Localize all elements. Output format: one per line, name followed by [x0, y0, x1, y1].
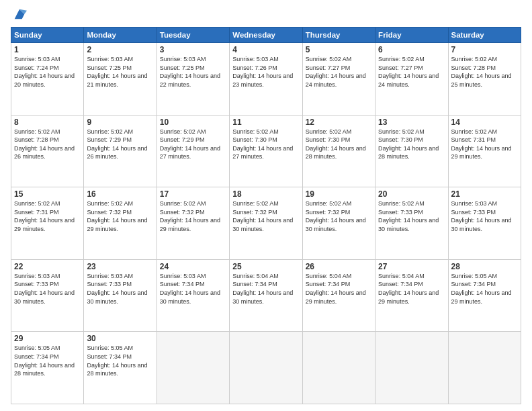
day-info: Sunrise: 5:02 AMSunset: 7:32 PMDaylight:…	[87, 199, 153, 233]
calendar-week-4: 22Sunrise: 5:03 AMSunset: 7:33 PMDayligh…	[11, 259, 521, 332]
day-number: 18	[232, 189, 299, 199]
day-number: 30	[87, 334, 153, 343]
page: SundayMondayTuesdayWednesdayThursdayFrid…	[0, 0, 532, 411]
calendar-day-17: 17Sunrise: 5:02 AMSunset: 7:32 PMDayligh…	[157, 187, 229, 260]
calendar-day-20: 20Sunrise: 5:02 AMSunset: 7:33 PMDayligh…	[375, 187, 448, 260]
day-number: 10	[160, 118, 226, 127]
weekday-header-tuesday: Tuesday	[157, 28, 229, 43]
day-number: 14	[451, 118, 518, 127]
day-number: 2	[87, 45, 153, 54]
calendar-week-3: 15Sunrise: 5:02 AMSunset: 7:31 PMDayligh…	[11, 187, 521, 260]
calendar-day-9: 9Sunrise: 5:02 AMSunset: 7:29 PMDaylight…	[84, 115, 157, 187]
day-info: Sunrise: 5:03 AMSunset: 7:25 PMDaylight:…	[87, 55, 153, 89]
calendar-header: SundayMondayTuesdayWednesdayThursdayFrid…	[11, 28, 521, 43]
calendar-day-26: 26Sunrise: 5:04 AMSunset: 7:34 PMDayligh…	[302, 259, 375, 332]
day-number: 29	[14, 334, 81, 343]
calendar-day-2: 2Sunrise: 5:03 AMSunset: 7:25 PMDaylight…	[84, 43, 157, 116]
weekday-header-thursday: Thursday	[302, 28, 375, 43]
day-number: 21	[451, 189, 518, 199]
weekday-header-saturday: Saturday	[448, 28, 521, 43]
day-info: Sunrise: 5:02 AMSunset: 7:28 PMDaylight:…	[14, 128, 81, 161]
calendar-day-29: 29Sunrise: 5:05 AMSunset: 7:34 PMDayligh…	[11, 332, 84, 404]
calendar-day-11: 11Sunrise: 5:02 AMSunset: 7:30 PMDayligh…	[230, 115, 302, 187]
day-number: 16	[87, 189, 153, 199]
calendar-week-5: 29Sunrise: 5:05 AMSunset: 7:34 PMDayligh…	[11, 332, 521, 404]
day-number: 19	[306, 189, 372, 199]
calendar-day-27: 27Sunrise: 5:04 AMSunset: 7:34 PMDayligh…	[375, 259, 448, 332]
day-number: 9	[87, 118, 153, 127]
day-info: Sunrise: 5:02 AMSunset: 7:30 PMDaylight:…	[306, 128, 372, 161]
calendar-day-8: 8Sunrise: 5:02 AMSunset: 7:28 PMDaylight…	[11, 115, 84, 187]
day-number: 26	[306, 262, 372, 271]
day-info: Sunrise: 5:02 AMSunset: 7:32 PMDaylight:…	[306, 199, 372, 233]
day-info: Sunrise: 5:02 AMSunset: 7:31 PMDaylight:…	[451, 128, 518, 161]
calendar-day-13: 13Sunrise: 5:02 AMSunset: 7:30 PMDayligh…	[375, 115, 448, 187]
day-info: Sunrise: 5:05 AMSunset: 7:34 PMDaylight:…	[14, 344, 81, 377]
header	[11, 8, 521, 21]
calendar-day-16: 16Sunrise: 5:02 AMSunset: 7:32 PMDayligh…	[84, 187, 157, 260]
calendar-day-14: 14Sunrise: 5:02 AMSunset: 7:31 PMDayligh…	[448, 115, 521, 187]
calendar-day-empty	[448, 332, 521, 404]
day-number: 28	[451, 262, 518, 271]
calendar-day-5: 5Sunrise: 5:02 AMSunset: 7:27 PMDaylight…	[302, 43, 375, 116]
day-number: 5	[306, 45, 372, 54]
day-info: Sunrise: 5:02 AMSunset: 7:29 PMDaylight:…	[160, 128, 226, 161]
day-info: Sunrise: 5:02 AMSunset: 7:27 PMDaylight:…	[378, 55, 445, 89]
day-info: Sunrise: 5:03 AMSunset: 7:33 PMDaylight:…	[451, 199, 518, 233]
weekday-header-wednesday: Wednesday	[230, 28, 302, 43]
calendar-week-1: 1Sunrise: 5:03 AMSunset: 7:24 PMDaylight…	[11, 43, 521, 116]
day-info: Sunrise: 5:02 AMSunset: 7:28 PMDaylight:…	[451, 55, 518, 89]
day-number: 27	[378, 262, 445, 271]
day-number: 4	[232, 45, 299, 54]
day-number: 3	[160, 45, 226, 54]
calendar-day-22: 22Sunrise: 5:03 AMSunset: 7:33 PMDayligh…	[11, 259, 84, 332]
calendar-day-3: 3Sunrise: 5:03 AMSunset: 7:25 PMDaylight…	[157, 43, 229, 116]
day-info: Sunrise: 5:03 AMSunset: 7:24 PMDaylight:…	[14, 55, 81, 89]
day-info: Sunrise: 5:04 AMSunset: 7:34 PMDaylight:…	[232, 272, 299, 306]
calendar-day-empty	[375, 332, 448, 404]
calendar-day-23: 23Sunrise: 5:03 AMSunset: 7:33 PMDayligh…	[84, 259, 157, 332]
calendar-day-empty	[230, 332, 302, 404]
day-number: 24	[160, 262, 226, 271]
day-number: 20	[378, 189, 445, 199]
day-info: Sunrise: 5:03 AMSunset: 7:25 PMDaylight:…	[160, 55, 226, 89]
day-info: Sunrise: 5:03 AMSunset: 7:34 PMDaylight:…	[160, 272, 226, 306]
day-number: 12	[306, 118, 372, 127]
weekday-header-friday: Friday	[375, 28, 448, 43]
calendar-table: SundayMondayTuesdayWednesdayThursdayFrid…	[11, 27, 521, 404]
calendar-week-2: 8Sunrise: 5:02 AMSunset: 7:28 PMDaylight…	[11, 115, 521, 187]
day-info: Sunrise: 5:02 AMSunset: 7:33 PMDaylight:…	[378, 199, 445, 233]
weekday-header-monday: Monday	[84, 28, 157, 43]
calendar-day-19: 19Sunrise: 5:02 AMSunset: 7:32 PMDayligh…	[302, 187, 375, 260]
day-info: Sunrise: 5:05 AMSunset: 7:34 PMDaylight:…	[87, 344, 153, 377]
calendar-day-empty	[157, 332, 229, 404]
weekday-header-sunday: Sunday	[11, 28, 84, 43]
calendar-day-30: 30Sunrise: 5:05 AMSunset: 7:34 PMDayligh…	[84, 332, 157, 404]
day-number: 1	[14, 45, 81, 54]
day-number: 8	[14, 118, 81, 127]
calendar-day-6: 6Sunrise: 5:02 AMSunset: 7:27 PMDaylight…	[375, 43, 448, 116]
calendar-day-28: 28Sunrise: 5:05 AMSunset: 7:34 PMDayligh…	[448, 259, 521, 332]
day-number: 11	[232, 118, 299, 127]
calendar-day-7: 7Sunrise: 5:02 AMSunset: 7:28 PMDaylight…	[448, 43, 521, 116]
calendar-day-24: 24Sunrise: 5:03 AMSunset: 7:34 PMDayligh…	[157, 259, 229, 332]
day-info: Sunrise: 5:02 AMSunset: 7:32 PMDaylight:…	[160, 199, 226, 233]
day-number: 6	[378, 45, 445, 54]
logo-icon	[12, 7, 27, 21]
calendar-day-12: 12Sunrise: 5:02 AMSunset: 7:30 PMDayligh…	[302, 115, 375, 187]
day-info: Sunrise: 5:04 AMSunset: 7:34 PMDaylight:…	[306, 272, 372, 306]
day-info: Sunrise: 5:02 AMSunset: 7:27 PMDaylight:…	[306, 55, 372, 89]
calendar-day-1: 1Sunrise: 5:03 AMSunset: 7:24 PMDaylight…	[11, 43, 84, 116]
day-number: 25	[232, 262, 299, 271]
day-info: Sunrise: 5:02 AMSunset: 7:30 PMDaylight:…	[232, 128, 299, 161]
day-number: 15	[14, 189, 81, 199]
day-info: Sunrise: 5:02 AMSunset: 7:29 PMDaylight:…	[87, 128, 153, 161]
calendar-day-empty	[302, 332, 375, 404]
day-info: Sunrise: 5:04 AMSunset: 7:34 PMDaylight:…	[378, 272, 445, 306]
day-info: Sunrise: 5:02 AMSunset: 7:31 PMDaylight:…	[14, 199, 81, 233]
calendar-day-21: 21Sunrise: 5:03 AMSunset: 7:33 PMDayligh…	[448, 187, 521, 260]
logo	[11, 8, 27, 21]
calendar-day-10: 10Sunrise: 5:02 AMSunset: 7:29 PMDayligh…	[157, 115, 229, 187]
day-info: Sunrise: 5:03 AMSunset: 7:26 PMDaylight:…	[232, 55, 299, 89]
calendar-day-18: 18Sunrise: 5:02 AMSunset: 7:32 PMDayligh…	[230, 187, 302, 260]
